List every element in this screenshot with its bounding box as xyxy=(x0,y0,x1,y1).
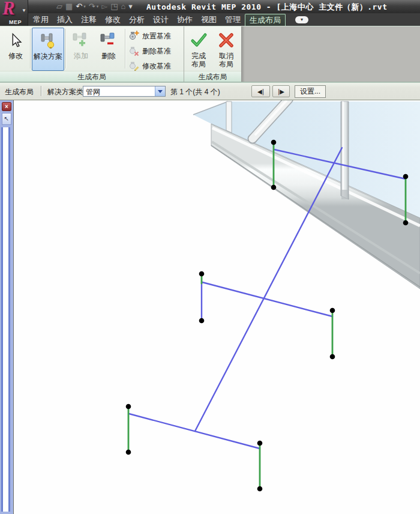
connection-node[interactable] xyxy=(126,450,131,455)
tab-design[interactable]: 设计 xyxy=(149,13,173,26)
combo-dropdown-button[interactable] xyxy=(155,86,165,96)
pipe-solutions-icon xyxy=(40,31,56,51)
connection-node[interactable] xyxy=(330,354,335,360)
pointer-icon[interactable]: ▻ xyxy=(101,1,107,13)
solutions-button[interactable]: 解决方案 xyxy=(32,28,64,71)
revit-window: ▱ ▦ ↶ ▾ ↷ ▾ ▻ ◳ ⌂ ▾ Autodesk Revit MEP 2… xyxy=(0,0,420,514)
previous-solution-button[interactable]: ◀| xyxy=(251,85,270,97)
remove-button[interactable]: 删除 xyxy=(95,28,122,71)
save-icon[interactable]: ▦ xyxy=(65,1,73,13)
connection-node[interactable] xyxy=(403,174,409,180)
redo-dropdown-icon[interactable]: ▾ xyxy=(97,4,99,9)
solution-position-text: 第 1 个(共 4 个) xyxy=(170,87,220,97)
tab-collaborate[interactable]: 协作 xyxy=(173,13,197,26)
next-solution-button[interactable]: |▶ xyxy=(272,85,290,97)
tab-modify[interactable]: 修改 xyxy=(101,13,125,26)
red-x-icon xyxy=(218,30,235,50)
ribbon-panel-finish: 完成 布局 取消 xyxy=(184,26,241,82)
ribbon-panel-generate-layout: 修改 解决方案 xyxy=(0,26,184,82)
connection-node[interactable] xyxy=(257,441,263,446)
ribbon-tab-bar: 常用 插入 注释 修改 分析 设计 协作 视图 管理 生成布局 ▾ xyxy=(0,13,420,26)
open-icon[interactable]: ▱ xyxy=(56,1,62,13)
home-view-icon[interactable]: ⌂ xyxy=(121,1,125,13)
cursor-icon xyxy=(8,30,23,50)
settings-button[interactable]: 设置... xyxy=(295,85,326,98)
redo-icon[interactable]: ↷ xyxy=(89,1,95,13)
app-menu-dropdown-icon: ▼ xyxy=(22,8,26,13)
group-separator xyxy=(30,29,31,68)
panel-label-generate-layout[interactable]: 生成布局 xyxy=(0,71,184,82)
chevron-down-icon xyxy=(158,90,163,93)
curtain-wall-mullion-left[interactable] xyxy=(226,101,232,133)
cancel-layout-button[interactable]: 取消 布局 xyxy=(213,28,239,71)
group-separator xyxy=(65,29,66,68)
tab-manage[interactable]: 管理 xyxy=(221,13,245,26)
title-bar: ▱ ▦ ↶ ▾ ↷ ▾ ▻ ◳ ⌂ ▾ Autodesk Revit MEP 2… xyxy=(0,0,420,13)
tab-view[interactable]: 视图 xyxy=(197,13,221,26)
options-separator xyxy=(41,86,41,96)
connection-node[interactable] xyxy=(330,308,335,313)
close-icon[interactable]: × xyxy=(2,102,11,111)
pipe-add-icon xyxy=(72,30,90,50)
revit-logo: R xyxy=(2,0,15,19)
finish-layout-button[interactable]: 完成 布局 xyxy=(185,28,212,71)
group-separator xyxy=(125,29,125,68)
ribbon: 修改 解决方案 xyxy=(0,26,420,82)
pipe-branch-bottom[interactable] xyxy=(129,414,260,449)
pipe-trunk-line[interactable] xyxy=(195,148,342,431)
mode-label: 生成布局 xyxy=(5,87,34,97)
view-cube-icon[interactable]: ◳ xyxy=(110,1,118,13)
place-base-icon xyxy=(128,31,139,41)
window-title: Autodesk Revit MEP 2010 - [上海中心 主文件（新）.r… xyxy=(146,2,387,13)
ribbon-edge-shadow xyxy=(241,26,245,82)
panel-label-finish[interactable]: 生成布局 xyxy=(184,71,241,82)
drawing-area[interactable] xyxy=(14,100,420,514)
tab-home[interactable]: 常用 xyxy=(29,13,53,26)
pipe-remove-icon xyxy=(100,30,118,50)
modify-base-icon xyxy=(128,61,139,71)
pan-arrow-icon[interactable]: ↖ xyxy=(2,113,11,125)
ribbon-collapse-button[interactable]: ▾ xyxy=(295,16,308,23)
model-view[interactable] xyxy=(14,100,420,514)
connection-node[interactable] xyxy=(271,185,277,190)
options-bar: 生成布局 解决方案类型 管网 第 1 个(共 4 个) ◀| |▶ 设置... xyxy=(0,83,420,100)
undo-icon[interactable]: ↶ xyxy=(76,1,82,13)
solution-type-value: 管网 xyxy=(86,87,100,97)
vertical-scrollbar[interactable] xyxy=(1,127,10,512)
connection-node[interactable] xyxy=(271,140,277,145)
connection-node[interactable] xyxy=(257,486,263,492)
pipe-branch-middle[interactable] xyxy=(202,282,332,316)
tab-generate-layout-active[interactable]: 生成布局 xyxy=(245,14,286,26)
overflow-chevron-icon[interactable]: ▾ xyxy=(128,1,133,13)
connection-node[interactable] xyxy=(199,271,205,277)
tab-insert[interactable]: 插入 xyxy=(53,13,77,26)
add-button-disabled: 添加 xyxy=(67,28,95,71)
application-menu-button[interactable]: R ▼ MEP xyxy=(0,0,28,26)
tab-analyze[interactable]: 分析 xyxy=(125,13,149,26)
quick-access-toolbar: ▱ ▦ ↶ ▾ ↷ ▾ ▻ ◳ ⌂ ▾ xyxy=(56,1,133,13)
connection-node[interactable] xyxy=(126,404,131,410)
product-label: MEP xyxy=(9,19,22,25)
connection-node[interactable] xyxy=(199,318,205,324)
solution-type-select[interactable]: 管网 xyxy=(83,86,166,97)
docked-panel-strip: × ↖ xyxy=(0,100,14,514)
remove-base-button-disabled: 删除基准 xyxy=(128,44,181,58)
remove-base-icon xyxy=(128,46,139,56)
modify-button[interactable]: 修改 xyxy=(2,28,29,71)
connection-node[interactable] xyxy=(403,220,409,226)
undo-dropdown-icon[interactable]: ▾ xyxy=(83,4,86,9)
green-check-icon xyxy=(190,30,208,50)
place-base-button[interactable]: 放置基准 xyxy=(128,29,181,43)
tab-annotate[interactable]: 注释 xyxy=(77,13,101,26)
curtain-wall-mullion-right[interactable] xyxy=(341,101,349,199)
